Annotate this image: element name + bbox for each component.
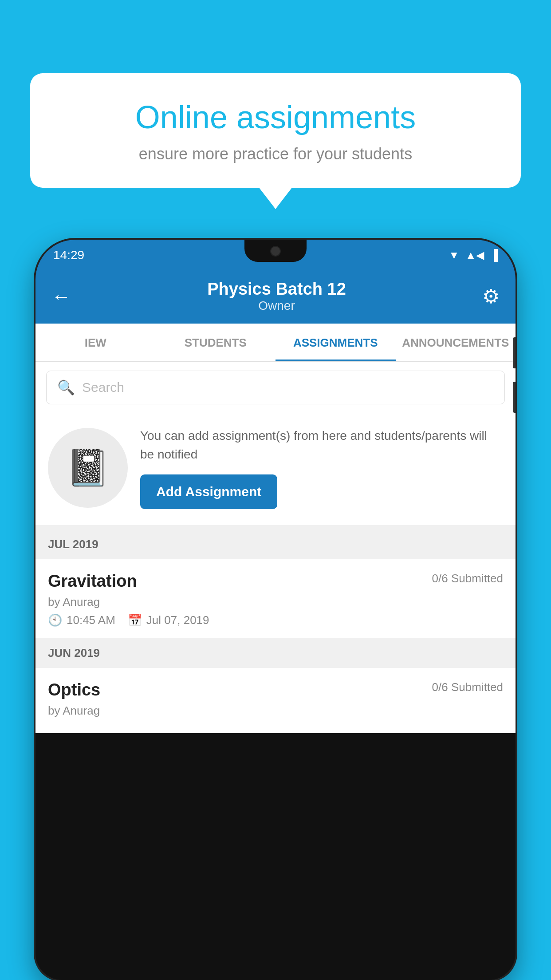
bubble-subtitle: ensure more practice for your students — [61, 145, 490, 163]
notch — [244, 240, 307, 262]
assignment-date: Jul 07, 2019 — [146, 613, 209, 627]
volume-down-button[interactable] — [513, 382, 516, 413]
assignment-author-2: by Anurag — [48, 704, 503, 718]
notebook-icon: 📓 — [66, 447, 110, 489]
promo-block: 📓 You can add assignment(s) from here an… — [35, 413, 516, 530]
assignment-gravitation[interactable]: Gravitation 0/6 Submitted by Anurag 🕙 10… — [35, 559, 516, 638]
assignment-time: 10:45 AM — [67, 613, 115, 627]
phone-frame: 14:29 ▼ ▲◀ ▐ ← Physics Batch 12 Owner ⚙ … — [35, 240, 516, 980]
assignment-top-2: Optics 0/6 Submitted — [48, 680, 503, 699]
assignment-datetime: 🕙 10:45 AM 📅 Jul 07, 2019 — [48, 613, 503, 627]
date-item: 📅 Jul 07, 2019 — [128, 613, 209, 627]
wifi-icon: ▼ — [449, 249, 459, 261]
app-header: ← Physics Batch 12 Owner ⚙ — [35, 271, 516, 324]
battery-icon: ▐ — [490, 249, 498, 261]
status-bar: 14:29 ▼ ▲◀ ▐ — [35, 240, 516, 271]
status-time: 14:29 — [53, 248, 84, 262]
assignment-optics[interactable]: Optics 0/6 Submitted by Anurag — [35, 668, 516, 733]
speech-bubble: Online assignments ensure more practice … — [30, 73, 521, 188]
assignment-name: Gravitation — [48, 572, 137, 591]
add-assignment-button[interactable]: Add Assignment — [140, 474, 277, 509]
assignment-top: Gravitation 0/6 Submitted — [48, 572, 503, 591]
status-icons: ▼ ▲◀ ▐ — [449, 249, 498, 261]
tab-iew[interactable]: IEW — [35, 324, 156, 361]
search-placeholder: Search — [82, 380, 124, 395]
screen-content: 🔍 Search 📓 You can add assignment(s) fro… — [35, 362, 516, 733]
assignment-author: by Anurag — [48, 595, 503, 609]
time-item: 🕙 10:45 AM — [48, 613, 115, 627]
signal-icon: ▲◀ — [465, 249, 484, 261]
tab-assignments[interactable]: ASSIGNMENTS — [276, 324, 396, 361]
bubble-title: Online assignments — [61, 100, 490, 135]
calendar-icon: 📅 — [128, 613, 142, 627]
promo-icon-circle: 📓 — [48, 428, 128, 508]
batch-subtitle: Owner — [207, 299, 346, 313]
camera — [270, 246, 281, 257]
promo-description: You can add assignment(s) from here and … — [140, 427, 503, 464]
clock-icon: 🕙 — [48, 613, 62, 627]
section-jul-2019: JUL 2019 — [35, 530, 516, 559]
assignment-name-2: Optics — [48, 680, 100, 699]
search-input-wrap[interactable]: 🔍 Search — [46, 371, 505, 404]
tab-bar: IEW STUDENTS ASSIGNMENTS ANNOUNCEMENTS — [35, 324, 516, 362]
back-button[interactable]: ← — [51, 285, 71, 308]
promo-text-block: You can add assignment(s) from here and … — [140, 427, 503, 509]
volume-up-button[interactable] — [513, 337, 516, 368]
submitted-badge: 0/6 Submitted — [432, 572, 503, 585]
tab-announcements[interactable]: ANNOUNCEMENTS — [396, 324, 516, 361]
submitted-badge-2: 0/6 Submitted — [432, 680, 503, 694]
search-icon: 🔍 — [57, 379, 75, 396]
header-title-block: Physics Batch 12 Owner — [207, 280, 346, 313]
section-jun-2019: JUN 2019 — [35, 638, 516, 668]
settings-button[interactable]: ⚙ — [482, 285, 500, 308]
search-bar: 🔍 Search — [35, 362, 516, 413]
tab-students[interactable]: STUDENTS — [156, 324, 276, 361]
batch-title: Physics Batch 12 — [207, 280, 346, 299]
